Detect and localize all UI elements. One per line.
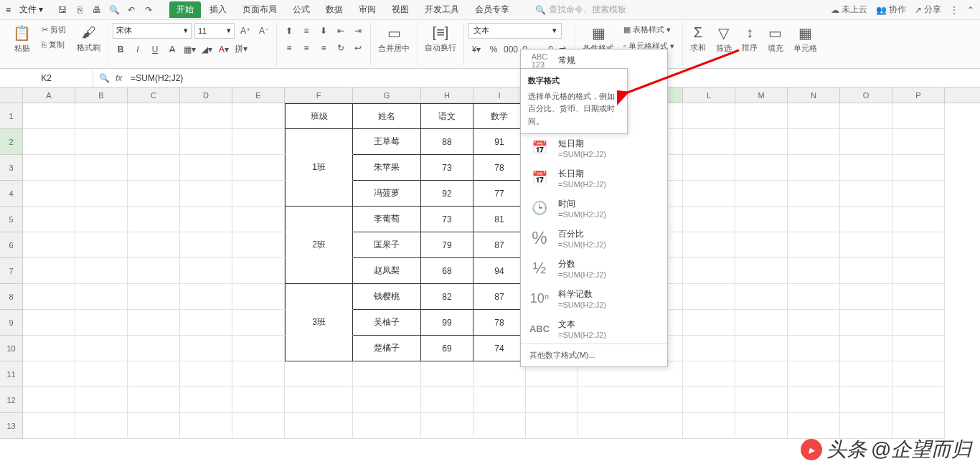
format-option-时间[interactable]: 🕒时间=SUM(H2:J2) [521,193,667,223]
cell-L3[interactable] [683,155,735,181]
cell-L5[interactable] [683,207,735,232]
row-header-1[interactable]: 1 [0,103,23,129]
underline-button[interactable]: U [147,42,163,57]
sort-button[interactable]: ↕排序 [739,23,760,55]
cell-M11[interactable] [735,361,788,387]
col-header-D[interactable]: D [180,87,232,103]
col-header-E[interactable]: E [232,87,285,103]
cell-H8[interactable]: 82 [421,284,473,310]
cell-M12[interactable] [735,387,788,413]
cell-D8[interactable] [180,284,232,310]
cell-O9[interactable] [840,310,892,336]
cell-A10[interactable] [23,336,75,361]
cell-H9[interactable]: 99 [421,310,473,336]
cell-N9[interactable] [788,310,840,336]
cell-E10[interactable] [232,336,285,361]
cell-N5[interactable] [788,207,840,232]
cell-F7[interactable] [285,258,353,284]
format-option-分数[interactable]: ½分数=SUM(H2:J2) [521,253,667,283]
cell-I7[interactable]: 94 [473,258,526,284]
cell-L2[interactable] [683,129,735,155]
align-center[interactable]: ≡ [298,40,314,56]
collapse-icon[interactable]: ⌃ [967,5,974,15]
cell-A7[interactable] [23,258,75,284]
cell-I9[interactable]: 78 [473,310,526,336]
cell-B7[interactable] [75,258,128,284]
increase-font-icon[interactable]: A⁺ [237,23,253,39]
indent-inc[interactable]: ⇥ [350,23,366,39]
cell-A5[interactable] [23,207,75,232]
cell-N8[interactable] [788,284,840,310]
cell-I10[interactable]: 74 [473,336,526,361]
cell-O10[interactable] [840,336,892,361]
col-header-O[interactable]: O [840,87,892,103]
cell-I6[interactable]: 87 [473,232,526,258]
indent-dec[interactable]: ⇤ [333,23,349,39]
cell-F10[interactable] [285,336,353,361]
cell-I3[interactable]: 78 [473,155,526,181]
cell-H13[interactable] [421,413,473,439]
cell-I1[interactable]: 数学 [473,103,526,129]
cell-E9[interactable] [232,310,285,336]
cut-button[interactable]: ✂ 剪切 [38,23,70,37]
cell-L7[interactable] [683,258,735,284]
table-style-button[interactable]: ▦ 表格样式▾ [620,23,678,37]
cell-H6[interactable]: 79 [421,232,473,258]
bold-button[interactable]: B [113,42,128,57]
align-right[interactable]: ≡ [316,40,331,56]
cell-G2[interactable]: 王草莓 [353,129,421,155]
more-number-formats[interactable]: 其他数字格式(M)... [521,344,667,366]
cell-F2[interactable] [285,129,353,155]
cell-C13[interactable] [128,413,180,439]
cell-O8[interactable] [840,284,892,310]
cell-N2[interactable] [788,129,840,155]
cell-D5[interactable] [180,207,232,232]
strike-button[interactable]: A̶ [164,42,180,57]
cell-B3[interactable] [75,155,128,181]
cell-O12[interactable] [840,387,892,413]
cell-D2[interactable] [180,129,232,155]
cell-H5[interactable]: 73 [421,207,473,232]
cell-D10[interactable] [180,336,232,361]
tab-审阅[interactable]: 审阅 [352,1,383,18]
cell-G5[interactable]: 李葡萄 [353,207,421,232]
cell-O3[interactable] [840,155,892,181]
tab-页面布局[interactable]: 页面布局 [235,1,284,18]
cell-C12[interactable] [128,387,180,413]
col-header-B[interactable]: B [75,87,128,103]
cell-P1[interactable] [892,103,945,129]
cell-N3[interactable] [788,155,840,181]
row-header-2[interactable]: 2 [0,129,23,155]
cell-D1[interactable] [180,103,232,129]
cell-E13[interactable] [232,413,285,439]
file-menu[interactable]: 文件 ▾ [17,2,46,17]
cell-L6[interactable] [683,232,735,258]
cell-P8[interactable] [892,284,945,310]
cell-F9[interactable]: 3班 [285,310,353,336]
cell-A8[interactable] [23,284,75,310]
cell-E4[interactable] [232,181,285,207]
cell-C4[interactable] [128,181,180,207]
align-top[interactable]: ⬆ [281,23,297,39]
cell-E11[interactable] [232,361,285,387]
tab-插入[interactable]: 插入 [202,1,234,18]
cell-H7[interactable]: 68 [421,258,473,284]
cell-I5[interactable]: 81 [473,207,526,232]
format-option-百分比[interactable]: %百分比=SUM(H2:J2) [521,223,667,253]
cell-L8[interactable] [683,284,735,310]
font-color-button[interactable]: A▾ [216,42,232,57]
preview-icon[interactable]: 🔍 [108,4,121,16]
cell-H10[interactable]: 69 [421,336,473,361]
cell-M5[interactable] [735,207,788,232]
cell-F5[interactable] [285,207,353,232]
cell-K13[interactable] [578,413,683,439]
cell-L12[interactable] [683,387,735,413]
format-option-科学记数[interactable]: 10ⁿ科学记数=SUM(H2:J2) [521,283,667,313]
cell-F8[interactable] [285,284,353,310]
col-header-N[interactable]: N [788,87,840,103]
cell-A4[interactable] [23,181,75,207]
cell-F12[interactable] [285,387,353,413]
cell-N1[interactable] [788,103,840,129]
cell-N10[interactable] [788,336,840,361]
more-icon[interactable]: ⋮ [950,5,958,15]
